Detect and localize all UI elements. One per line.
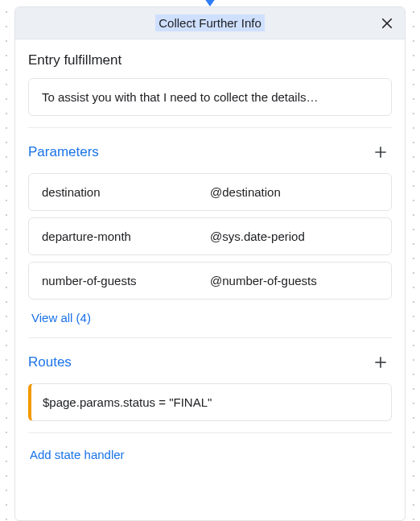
panel-header: Collect Further Info xyxy=(15,7,405,39)
plus-icon xyxy=(373,144,389,160)
parameter-name: destination xyxy=(42,185,210,199)
entry-fulfillment-message[interactable]: To assist you with that I need to collec… xyxy=(28,78,392,116)
panel-body: Entry fulfillment To assist you with tha… xyxy=(15,39,405,520)
parameter-type: @number-of-guests xyxy=(210,274,378,287)
parameter-name: departure-month xyxy=(42,229,210,243)
parameters-heading[interactable]: Parameters xyxy=(28,144,99,160)
panel-title[interactable]: Collect Further Info xyxy=(155,14,265,31)
parameter-row[interactable]: departure-month @sys.date-period xyxy=(28,217,392,255)
entry-fulfillment-heading: Entry fulfillment xyxy=(28,52,392,68)
route-condition: $page.params.status = "FINAL" xyxy=(43,395,212,409)
routes-header-row: Routes xyxy=(28,351,392,374)
add-state-handler-link[interactable]: Add state handler xyxy=(28,433,392,478)
route-row[interactable]: $page.params.status = "FINAL" xyxy=(28,383,392,421)
parameters-header-row: Parameters xyxy=(28,141,392,163)
entry-fulfillment-section: Entry fulfillment To assist you with tha… xyxy=(28,39,392,128)
view-all-parameters-link[interactable]: View all (4) xyxy=(28,300,94,326)
close-icon xyxy=(380,16,394,31)
parameter-row[interactable]: number-of-guests @number-of-guests xyxy=(28,262,392,300)
routes-section: Routes $page.params.status = "FINAL" xyxy=(28,338,392,433)
routes-heading[interactable]: Routes xyxy=(28,354,72,370)
page-config-panel: Collect Further Info Entry fulfillment T… xyxy=(14,6,406,521)
incoming-transition-arrow-icon xyxy=(204,0,216,6)
parameter-row[interactable]: destination @destination xyxy=(28,173,392,211)
add-parameter-button[interactable] xyxy=(369,141,392,163)
parameter-type: @sys.date-period xyxy=(210,229,378,243)
canvas-dotted-edge-left xyxy=(3,0,10,521)
canvas-dotted-edge-right xyxy=(410,0,417,521)
add-route-button[interactable] xyxy=(369,351,392,374)
close-button[interactable] xyxy=(376,12,398,35)
plus-icon xyxy=(373,354,389,370)
parameter-type: @destination xyxy=(210,185,378,199)
parameters-section: Parameters destination @destination depa… xyxy=(28,128,392,338)
parameter-name: number-of-guests xyxy=(42,274,210,287)
